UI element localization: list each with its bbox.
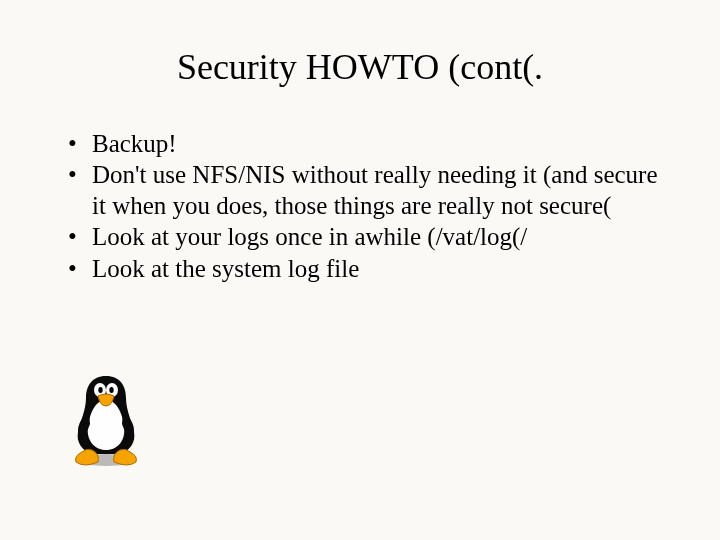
slide-title: Security HOWTO (cont(. [60, 48, 660, 88]
svg-point-4 [109, 387, 113, 393]
bullet-item: Look at your logs once in awhile (/vat/l… [64, 221, 660, 252]
bullet-item: Look at the system log file [64, 253, 660, 284]
bullet-list: Backup! Don't use NFS/NIS without really… [64, 128, 660, 284]
svg-point-3 [98, 387, 102, 393]
bullet-item: Don't use NFS/NIS without really needing… [64, 159, 660, 222]
tux-penguin-icon [64, 370, 148, 468]
slide: Security HOWTO (cont(. Backup! Don't use… [0, 0, 720, 540]
bullet-item: Backup! [64, 128, 660, 159]
